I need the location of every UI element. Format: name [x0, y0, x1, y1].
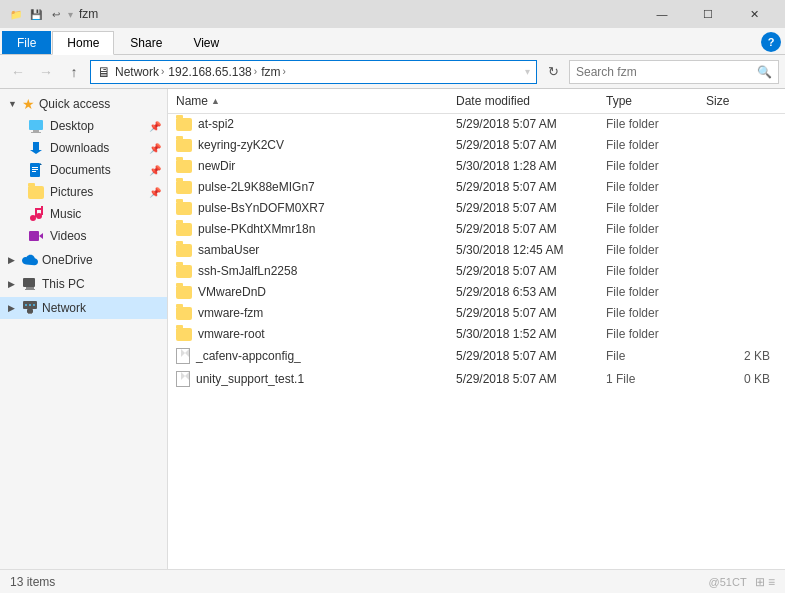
minimize-button[interactable]: — — [639, 0, 685, 28]
tab-home[interactable]: Home — [52, 31, 114, 55]
tab-view[interactable]: View — [178, 31, 234, 54]
path-segment-label: Network — [115, 65, 159, 79]
col-header-name[interactable]: Name ▲ — [168, 91, 448, 111]
svg-rect-18 — [27, 309, 33, 313]
path-segment-network[interactable]: Network › — [115, 65, 164, 79]
close-button[interactable]: ✕ — [731, 0, 777, 28]
file-date: 5/30/2018 1:28 AM — [448, 157, 598, 175]
file-date: 5/30/2018 1:52 AM — [448, 325, 598, 343]
search-box: 🔍 — [569, 60, 779, 84]
up-button[interactable]: ↑ — [62, 60, 86, 84]
ribbon: File Home Share View ? — [0, 28, 785, 55]
path-chevron-2: › — [254, 66, 257, 77]
thispc-label: This PC — [42, 277, 85, 291]
col-type-label: Type — [606, 94, 632, 108]
sidebar-network-header[interactable]: ▶ Network — [0, 297, 167, 319]
back-button[interactable]: ← — [6, 60, 30, 84]
table-row[interactable]: at-spi2 5/29/2018 5:07 AM File folder — [168, 114, 785, 135]
path-segment-ip[interactable]: 192.168.65.138 › — [168, 65, 257, 79]
col-header-size[interactable]: Size — [698, 91, 778, 111]
table-row[interactable]: pulse-PKdhtXMmr18n 5/29/2018 5:07 AM Fil… — [168, 219, 785, 240]
table-row[interactable]: keyring-zyK2CV 5/29/2018 5:07 AM File fo… — [168, 135, 785, 156]
downloads-label: Downloads — [50, 141, 109, 155]
quick-access-label: Quick access — [39, 97, 110, 111]
table-row[interactable]: ssh-SmJalfLn2258 5/29/2018 5:07 AM File … — [168, 261, 785, 282]
file-name: pulse-PKdhtXMmr18n — [168, 220, 448, 238]
table-row[interactable]: pulse-BsYnDOFM0XR7 5/29/2018 5:07 AM Fil… — [168, 198, 785, 219]
file-date: 5/29/2018 5:07 AM — [448, 347, 598, 365]
tab-share[interactable]: Share — [115, 31, 177, 54]
file-name: keyring-zyK2CV — [168, 136, 448, 154]
documents-label: Documents — [50, 163, 111, 177]
path-icon: 🖥 — [97, 64, 111, 80]
svg-rect-20 — [28, 313, 32, 314]
svg-rect-2 — [31, 132, 41, 133]
search-icon: 🔍 — [757, 65, 772, 79]
refresh-button[interactable]: ↻ — [541, 60, 565, 84]
table-row[interactable]: pulse-2L9K88eMIGn7 5/29/2018 5:07 AM Fil… — [168, 177, 785, 198]
file-size — [698, 185, 778, 189]
col-header-date[interactable]: Date modified — [448, 91, 598, 111]
table-row[interactable]: _cafenv-appconfig_ 5/29/2018 5:07 AM Fil… — [168, 345, 785, 368]
svg-rect-5 — [32, 167, 38, 168]
sidebar-item-desktop[interactable]: Desktop 📌 — [0, 115, 167, 137]
folder-icon — [176, 244, 192, 257]
sidebar-section-network: ▶ Network — [0, 297, 167, 319]
file-size — [698, 227, 778, 231]
file-size — [698, 269, 778, 273]
this-pc-icon — [22, 276, 38, 292]
col-header-type[interactable]: Type — [598, 91, 698, 111]
folder-icon — [176, 223, 192, 236]
sidebar-onedrive-header[interactable]: ▶ OneDrive — [0, 249, 167, 271]
address-path[interactable]: 🖥 Network › 192.168.65.138 › fzm › ▾ — [90, 60, 537, 84]
path-dropdown-arrow[interactable]: ▾ — [525, 66, 530, 77]
file-type: File folder — [598, 262, 698, 280]
file-name: ssh-SmJalfLn2258 — [168, 262, 448, 280]
desktop-label: Desktop — [50, 119, 94, 133]
forward-button[interactable]: → — [34, 60, 58, 84]
table-row[interactable]: newDir 5/30/2018 1:28 AM File folder — [168, 156, 785, 177]
file-type: File folder — [598, 283, 698, 301]
sidebar-item-videos[interactable]: Videos — [0, 225, 167, 247]
app-icon: 📁 — [8, 6, 24, 22]
sidebar-thispc-header[interactable]: ▶ This PC — [0, 273, 167, 295]
svg-marker-4 — [40, 163, 42, 165]
table-row[interactable]: sambaUser 5/30/2018 12:45 AM File folder — [168, 240, 785, 261]
help-button[interactable]: ? — [761, 32, 781, 52]
documents-icon — [28, 162, 44, 178]
network-arrow: ▶ — [8, 303, 18, 313]
table-row[interactable]: vmware-fzm 5/29/2018 5:07 AM File folder — [168, 303, 785, 324]
file-name: at-spi2 — [168, 115, 448, 133]
folder-icon — [176, 202, 192, 215]
sidebar-section-this-pc: ▶ This PC — [0, 273, 167, 295]
sidebar-item-pictures[interactable]: Pictures 📌 — [0, 181, 167, 203]
maximize-button[interactable]: ☐ — [685, 0, 731, 28]
sidebar-item-downloads[interactable]: Downloads 📌 — [0, 137, 167, 159]
tab-file[interactable]: File — [2, 31, 51, 54]
path-segment-fzm[interactable]: fzm › — [261, 65, 286, 79]
file-type: File folder — [598, 304, 698, 322]
svg-rect-6 — [32, 169, 38, 170]
table-row[interactable]: VMwareDnD 5/29/2018 6:53 AM File folder — [168, 282, 785, 303]
search-input[interactable] — [576, 65, 757, 79]
sidebar-item-documents[interactable]: Documents 📌 — [0, 159, 167, 181]
file-size — [698, 164, 778, 168]
table-row[interactable]: unity_support_test.1 5/29/2018 5:07 AM 1… — [168, 368, 785, 391]
title-dropdown-arrow[interactable]: ▾ — [68, 9, 73, 20]
file-size: 2 KB — [698, 347, 778, 365]
network-label: Network — [42, 301, 86, 315]
sidebar-item-music[interactable]: Music — [0, 203, 167, 225]
folder-icon — [176, 139, 192, 152]
file-type: File — [598, 347, 698, 365]
file-size — [698, 206, 778, 210]
file-type: File folder — [598, 136, 698, 154]
col-date-label: Date modified — [456, 94, 530, 108]
desktop-icon — [28, 118, 44, 134]
sort-arrow-name: ▲ — [211, 96, 220, 106]
svg-rect-17 — [25, 289, 35, 290]
table-row[interactable]: vmware-root 5/30/2018 1:52 AM File folde… — [168, 324, 785, 345]
path-segment-fzm-label: fzm — [261, 65, 280, 79]
sidebar-quick-access-header[interactable]: ▼ ★ Quick access — [0, 93, 167, 115]
pictures-pin-icon: 📌 — [149, 187, 161, 198]
file-date: 5/30/2018 12:45 AM — [448, 241, 598, 259]
